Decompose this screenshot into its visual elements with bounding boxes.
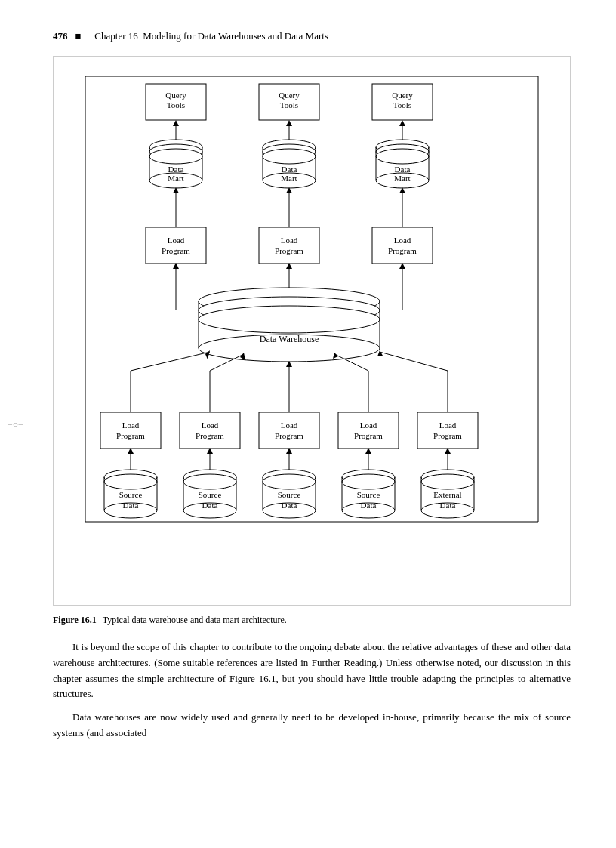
svg-text:Query: Query (392, 91, 413, 100)
paragraph-1: It is beyond the scope of this chapter t… (53, 640, 571, 702)
svg-text:Load: Load (281, 236, 298, 245)
diagram-container: Query Tools Query Tools Query Tools (53, 56, 571, 606)
svg-rect-90 (338, 412, 399, 449)
figure-label: Figure 16.1 (53, 615, 97, 626)
svg-text:Source: Source (278, 490, 301, 499)
svg-line-68 (131, 352, 210, 371)
svg-text:Mart: Mart (394, 174, 410, 183)
svg-rect-51 (372, 227, 433, 264)
svg-text:Program: Program (354, 431, 383, 440)
svg-text:Program: Program (196, 431, 224, 440)
architecture-diagram: Query Tools Query Tools Query Tools (78, 69, 546, 597)
svg-rect-81 (100, 412, 161, 449)
svg-marker-12 (286, 120, 292, 126)
binding-mark: −○− (8, 418, 23, 430)
svg-rect-87 (259, 412, 319, 449)
header-separator: ■ (75, 30, 82, 42)
svg-text:Mart: Mart (168, 174, 183, 183)
svg-text:Load: Load (122, 421, 140, 430)
svg-marker-14 (399, 120, 405, 126)
svg-text:Data: Data (282, 165, 297, 174)
svg-text:Load: Load (281, 421, 298, 430)
svg-text:Source: Source (119, 490, 143, 499)
svg-text:Load: Load (394, 236, 411, 245)
svg-point-62 (199, 306, 380, 333)
svg-marker-80 (377, 350, 383, 356)
svg-text:Data: Data (123, 501, 139, 510)
svg-text:Program: Program (275, 431, 303, 440)
svg-text:Query: Query (165, 91, 186, 100)
svg-point-33 (376, 149, 429, 164)
svg-point-121 (263, 474, 316, 489)
svg-text:Query: Query (279, 91, 300, 100)
svg-text:Mart: Mart (281, 174, 297, 183)
svg-point-135 (421, 474, 474, 489)
svg-text:Program: Program (433, 431, 462, 440)
svg-text:Load: Load (168, 236, 185, 245)
paragraph-2: Data warehouses are now widely used and … (53, 710, 571, 742)
svg-rect-93 (417, 412, 478, 449)
svg-text:Data Warehouse: Data Warehouse (260, 334, 319, 344)
svg-text:Tools: Tools (393, 100, 411, 109)
svg-text:Load: Load (202, 421, 219, 430)
header-chapter: Chapter 16 Modeling for Data Warehouses … (94, 30, 328, 42)
svg-text:Program: Program (116, 431, 145, 440)
svg-point-17 (149, 149, 202, 164)
svg-point-114 (183, 474, 236, 489)
svg-text:Data: Data (168, 165, 184, 174)
svg-point-25 (263, 149, 316, 164)
svg-text:Program: Program (275, 246, 303, 255)
svg-text:Data: Data (202, 501, 218, 510)
page-number: 476 (53, 30, 68, 42)
svg-text:Tools: Tools (167, 100, 185, 109)
svg-line-79 (380, 352, 448, 371)
body-text: It is beyond the scope of this chapter t… (53, 640, 571, 742)
svg-marker-10 (173, 120, 179, 126)
svg-text:Data: Data (395, 165, 411, 174)
svg-text:Data: Data (282, 501, 297, 510)
svg-text:Data: Data (440, 501, 456, 510)
svg-text:Program: Program (388, 246, 417, 255)
svg-text:External: External (433, 490, 461, 499)
svg-rect-48 (259, 227, 319, 264)
svg-text:Tools: Tools (280, 100, 298, 109)
svg-rect-45 (146, 227, 206, 264)
svg-point-128 (342, 474, 395, 489)
figure-caption-text: Typical data warehouse and data mart arc… (103, 615, 287, 626)
svg-text:Source: Source (199, 490, 222, 499)
figure-caption: Figure 16.1 Typical data warehouse and d… (53, 615, 571, 626)
svg-rect-84 (180, 412, 240, 449)
svg-text:Program: Program (162, 246, 190, 255)
svg-text:Load: Load (439, 421, 457, 430)
svg-point-107 (104, 474, 157, 489)
svg-text:Data: Data (361, 501, 377, 510)
svg-text:Load: Load (360, 421, 377, 430)
page-header: 476 ■ Chapter 16 Modeling for Data Wareh… (53, 30, 571, 42)
svg-text:Source: Source (357, 490, 380, 499)
